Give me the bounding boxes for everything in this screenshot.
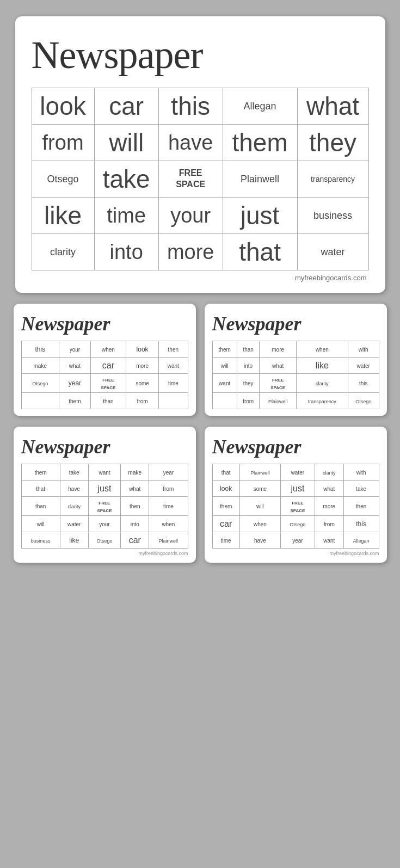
grid-cell: what <box>59 358 90 374</box>
table-row: make what car more want <box>21 358 188 374</box>
table-row: them take want make year <box>21 464 188 481</box>
small-card-2-title: Newspaper <box>212 312 379 335</box>
grid-cell: want <box>159 358 188 374</box>
grid-cell: into <box>237 358 260 374</box>
table-row: time have year want Allegan <box>212 532 379 549</box>
grid-cell-free-space: FREESPACE <box>280 497 315 516</box>
grid-cell: that <box>223 234 297 270</box>
grid-cell: transparency <box>297 161 368 198</box>
grid-cell: clarity <box>32 234 94 270</box>
table-row: that Plainwell water clarity with <box>212 464 379 481</box>
grid-cell: Otsego <box>88 532 121 549</box>
grid-cell: Plainwell <box>149 532 188 549</box>
small-cards-top-row: Newspaper this your when look then make … <box>10 304 391 416</box>
grid-cell: will <box>212 358 237 374</box>
grid-cell: will <box>94 125 158 161</box>
grid-cell: water <box>297 234 368 270</box>
grid-cell: some <box>239 481 280 497</box>
grid-cell <box>21 393 59 409</box>
grid-cell: from <box>149 481 188 497</box>
grid-cell: them <box>59 393 90 409</box>
grid-cell: year <box>280 532 315 549</box>
grid-cell: take <box>343 481 379 497</box>
grid-cell: car <box>94 88 158 125</box>
grid-cell: that <box>21 481 60 497</box>
grid-cell: Plainwell <box>260 393 296 409</box>
grid-cell: when <box>239 516 280 532</box>
small-grid-1: this your when look then make what car m… <box>21 341 188 409</box>
grid-cell: when <box>90 341 126 358</box>
table-row: Otsego take FREESPACE Plainwell transpar… <box>32 161 368 198</box>
grid-cell: Otsego <box>348 393 379 409</box>
grid-cell: them <box>21 464 60 481</box>
grid-cell-free-space: FREESPACE <box>260 374 296 393</box>
grid-cell-free-space: FREESPACE <box>88 497 121 516</box>
main-bingo-grid: look car this Allegan what from will hav… <box>32 88 369 270</box>
small-card-2-grid-wrapper: them than more when with will into what … <box>212 341 379 409</box>
small-card-3-footer: myfreebingocards.com <box>21 551 188 556</box>
grid-cell: time <box>159 374 188 393</box>
grid-cell: year <box>59 374 90 393</box>
small-cards-bottom-row: Newspaper them take want make year that … <box>10 427 391 563</box>
grid-cell: will <box>21 516 60 532</box>
table-row: will into what like water <box>212 358 379 374</box>
grid-cell: want <box>315 532 343 549</box>
table-row: from will have them they <box>32 125 368 161</box>
grid-cell: Otsego <box>21 374 59 393</box>
grid-cell: have <box>239 532 280 549</box>
grid-cell: Plainwell <box>223 161 297 198</box>
grid-cell: Otsego <box>32 161 94 198</box>
grid-cell: car <box>212 516 239 532</box>
table-row: from Plainwell transparency Otsego <box>212 393 379 409</box>
grid-cell <box>212 393 237 409</box>
grid-cell: look <box>32 88 94 125</box>
grid-cell: just <box>88 481 121 497</box>
grid-cell: like <box>32 198 94 234</box>
table-row: clarity into more that water <box>32 234 368 270</box>
grid-cell: water <box>348 358 379 374</box>
grid-cell: take <box>94 161 158 198</box>
main-card-title: Newspaper <box>32 33 369 78</box>
grid-cell: with <box>343 464 379 481</box>
table-row: look car this Allegan what <box>32 88 368 125</box>
grid-cell: car <box>121 532 149 549</box>
grid-cell: will <box>239 497 280 516</box>
grid-cell: your <box>158 198 223 234</box>
table-row: car when Otsego from this <box>212 516 379 532</box>
grid-cell: into <box>121 516 149 532</box>
grid-cell: time <box>94 198 158 234</box>
grid-cell: your <box>59 341 90 358</box>
grid-cell: from <box>315 516 343 532</box>
grid-cell: then <box>121 497 149 516</box>
grid-cell: more <box>260 341 296 358</box>
main-card-footer: myfreebingocards.com <box>32 274 369 282</box>
table-row: look some just what take <box>212 481 379 497</box>
grid-cell: when <box>296 341 348 358</box>
grid-cell: Allegan <box>223 88 297 125</box>
grid-cell: Allegan <box>343 532 379 549</box>
grid-cell: clarity <box>296 374 348 393</box>
grid-cell: water <box>280 464 315 481</box>
grid-cell: time <box>149 497 188 516</box>
grid-cell: make <box>121 464 149 481</box>
grid-cell: some <box>126 374 159 393</box>
grid-cell: from <box>126 393 159 409</box>
small-bingo-card-2: Newspaper them than more when with will … <box>205 304 387 416</box>
table-row: business like Otsego car Plainwell <box>21 532 188 549</box>
grid-cell: business <box>21 532 60 549</box>
grid-cell: your <box>88 516 121 532</box>
table-row: that have just what from <box>21 481 188 497</box>
grid-cell: then <box>343 497 379 516</box>
table-row: them than from <box>21 393 188 409</box>
small-grid-4: that Plainwell water clarity with look s… <box>212 464 379 549</box>
grid-cell: time <box>212 532 239 549</box>
grid-cell: want <box>212 374 237 393</box>
small-grid-2: them than more when with will into what … <box>212 341 379 409</box>
grid-cell: from <box>237 393 260 409</box>
grid-cell: like <box>296 358 348 374</box>
table-row: them will FREESPACE more then <box>212 497 379 516</box>
grid-cell: like <box>60 532 88 549</box>
grid-cell: from <box>32 125 94 161</box>
grid-cell: than <box>21 497 60 516</box>
table-row: will water your into when <box>21 516 188 532</box>
